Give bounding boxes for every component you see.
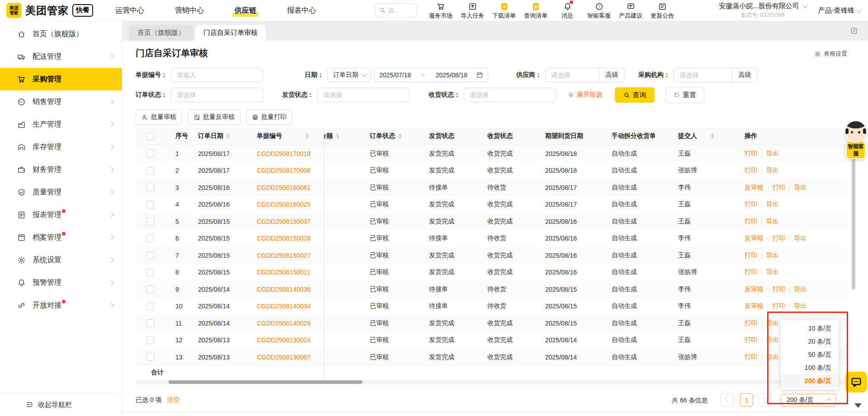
ship-status-input[interactable] <box>322 91 405 99</box>
sidebar-item[interactable]: 生产管理 <box>0 113 122 136</box>
receive-status-select[interactable] <box>464 88 556 102</box>
query-button[interactable]: 查询 <box>615 87 655 103</box>
sidebar-item[interactable]: 预警管理 <box>0 271 122 294</box>
doc-no-link[interactable]: CGDD2508140034 <box>257 303 324 310</box>
row-action-link[interactable]: 打印 <box>745 150 757 158</box>
doc-no-link[interactable]: CGDD2508170006 <box>257 167 324 174</box>
sidebar-item[interactable]: 档案管理 <box>0 226 122 249</box>
sidebar-item[interactable]: 报表管理 <box>0 203 122 226</box>
batch-button[interactable]: 批量审核 <box>136 109 182 125</box>
prev-page-button[interactable] <box>720 393 733 407</box>
topbar-action[interactable]: 下载清单 <box>491 2 517 19</box>
col-amount[interactable]: 金额 <box>324 132 365 140</box>
supplier-select[interactable] <box>545 68 599 82</box>
row-checkbox[interactable] <box>146 201 154 208</box>
row-action-link[interactable]: 导出 <box>794 285 807 293</box>
doc-no-link[interactable]: CGDD2508160025 <box>257 201 324 208</box>
row-action-link[interactable]: 导出 <box>794 184 807 192</box>
expand-filters-link[interactable]: 展开筛选 <box>568 91 602 99</box>
row-action-link[interactable]: 打印 <box>745 268 757 276</box>
doc-no-link[interactable]: CGDD2508140036 <box>257 286 324 293</box>
page-size-select[interactable]: 200 条/页 <box>781 394 836 407</box>
col-order-date[interactable]: 订单日期 <box>195 132 257 140</box>
ship-status-select[interactable] <box>317 88 410 102</box>
sort-icon[interactable] <box>226 133 230 139</box>
row-checkbox[interactable] <box>146 167 154 175</box>
row-checkbox[interactable] <box>146 353 154 361</box>
topbar-action[interactable]: 产品建议 <box>618 2 644 19</box>
doc-no-field[interactable] <box>171 68 263 82</box>
global-search[interactable] <box>375 3 417 18</box>
purchase-org-advanced-button[interactable]: 高级 <box>732 68 758 82</box>
row-action-link[interactable]: 打印 <box>773 285 785 293</box>
row-action-link[interactable]: 导出 <box>794 302 807 310</box>
topbar-action[interactable]: 导入任务 <box>459 2 486 19</box>
doc-no-link[interactable]: CGDD2508140029 <box>257 320 324 327</box>
row-action-link[interactable]: 导出 <box>794 234 807 242</box>
row-checkbox[interactable] <box>146 150 154 157</box>
page-size-option[interactable]: 10 条/页 <box>781 322 839 335</box>
topbar-action[interactable]: 消息 <box>554 2 580 19</box>
supplier-input[interactable] <box>550 71 594 79</box>
topbar-action[interactable]: 服务市场 <box>428 2 454 19</box>
row-checkbox[interactable] <box>146 269 154 276</box>
nav-item[interactable]: 运营中心 <box>113 5 146 17</box>
doc-no-link[interactable]: CGDD2508150027 <box>257 252 324 259</box>
order-status-input[interactable] <box>176 91 258 99</box>
doc-no-link[interactable]: CGDD2508150037 <box>257 218 324 225</box>
col-submitter[interactable]: 提交人 <box>676 132 742 140</box>
doc-no-link[interactable]: CGDD2508150028 <box>257 235 324 242</box>
purchase-org-select[interactable] <box>674 68 732 82</box>
reset-button[interactable]: 重置 <box>665 87 704 103</box>
batch-button[interactable]: 批量打印 <box>246 109 292 125</box>
doc-no-link[interactable]: CGDD2508130024 <box>257 336 324 344</box>
row-action-link[interactable]: 反审核 <box>745 285 764 293</box>
row-action-link[interactable]: 反审核 <box>745 184 764 192</box>
row-action-link[interactable]: 打印 <box>773 302 785 310</box>
sidebar-item[interactable]: 系统设置 <box>0 249 122 271</box>
logo[interactable]: 美团 管家 美团管家 快餐 <box>6 3 93 18</box>
sidebar-item[interactable]: 配送管理 <box>0 45 122 68</box>
horizontal-scrollbar[interactable] <box>136 380 847 384</box>
col-order-status[interactable]: 订单状态 <box>365 132 427 140</box>
scroll-down-arrow-icon[interactable] <box>854 403 862 408</box>
row-action-link[interactable]: 导出 <box>766 217 779 226</box>
row-checkbox[interactable] <box>146 217 154 225</box>
row-action-link[interactable]: 导出 <box>766 353 779 361</box>
page-tab[interactable]: 首页（旗舰版） × <box>129 25 193 41</box>
row-action-link[interactable]: 导出 <box>766 336 779 344</box>
doc-no-link[interactable]: CGDD2508170018 <box>257 150 324 157</box>
row-action-link[interactable]: 打印 <box>745 166 757 175</box>
sidebar-item[interactable]: 开放对接 <box>0 294 122 317</box>
row-action-link[interactable]: 打印 <box>773 234 785 242</box>
sidebar-item[interactable]: BUY 销售管理 <box>0 90 122 113</box>
row-action-link[interactable]: 导出 <box>766 251 779 260</box>
row-checkbox[interactable] <box>146 319 154 327</box>
page-size-option[interactable]: 20 条/页 <box>781 335 839 348</box>
row-action-link[interactable]: 打印 <box>745 336 757 344</box>
supplier-advanced-button[interactable]: 高级 <box>599 68 625 82</box>
row-action-link[interactable]: 打印 <box>773 184 785 192</box>
smart-service-widget[interactable]: 智能客服 <box>844 120 868 159</box>
doc-no-link[interactable]: CGDD2508150011 <box>257 269 324 276</box>
doc-no-link[interactable]: CGDD2508130007 <box>257 354 324 361</box>
doc-no-link[interactable]: CGDD2508160061 <box>257 184 324 191</box>
nav-item[interactable]: 营销中心 <box>173 5 206 17</box>
row-checkbox[interactable] <box>146 184 154 191</box>
row-action-link[interactable]: 打印 <box>745 200 757 208</box>
page-size-option[interactable]: 50 条/页 <box>781 348 839 361</box>
row-action-link[interactable]: 打印 <box>745 251 757 260</box>
row-action-link[interactable]: 反审核 <box>745 234 764 242</box>
select-all-checkbox[interactable] <box>146 132 154 140</box>
doc-no-input[interactable] <box>176 71 258 79</box>
collapse-sidebar-button[interactable]: 收起导航栏 <box>0 393 122 416</box>
row-action-link[interactable]: 导出 <box>766 319 779 327</box>
topbar-action[interactable]: 更新公告 <box>649 2 675 19</box>
row-action-link[interactable]: 导出 <box>766 150 779 158</box>
nav-item[interactable]: 报表中心 <box>285 5 318 17</box>
date-range-picker[interactable]: 2025/07/18 ~ 2025/08/18 <box>374 68 488 82</box>
sort-icon[interactable] <box>398 133 402 139</box>
sort-icon[interactable] <box>306 133 309 139</box>
sidebar-item[interactable]: 库存管理 <box>0 136 122 158</box>
sidebar-item[interactable]: 财务管理 <box>0 158 122 181</box>
